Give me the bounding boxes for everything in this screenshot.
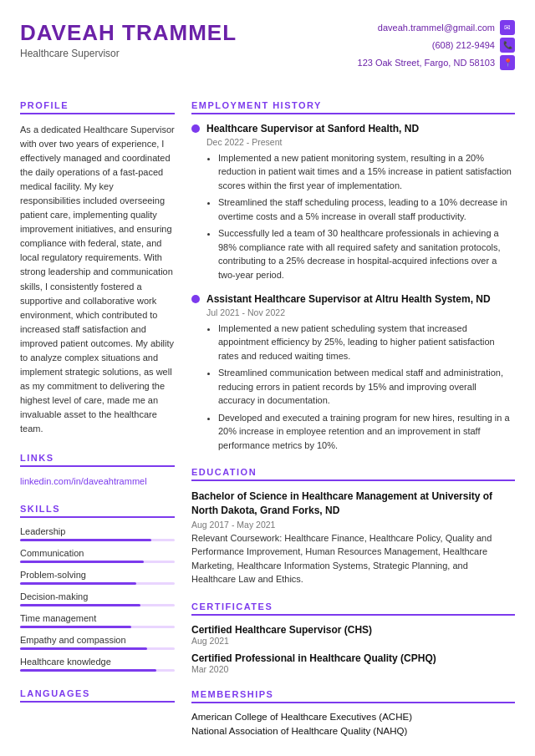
skill-item: Problem-solving: [20, 570, 175, 585]
edu-degree: Bachelor of Science in Healthcare Manage…: [191, 490, 515, 518]
phone-row: (608) 212-9494 📞: [432, 38, 515, 53]
skills-section: SKILLS Leadership Communication Problem-…: [20, 504, 175, 672]
job-title: Assistant Healthcare Supervisor at Altru…: [206, 293, 491, 307]
memberships-list: American College of Healthcare Executive…: [191, 712, 515, 736]
profile-text: As a dedicated Healthcare Supervisor wit…: [20, 123, 175, 436]
job-item: Assistant Healthcare Supervisor at Altru…: [191, 293, 515, 452]
skill-bar-bg: [20, 647, 175, 650]
skill-bar-fill: [20, 604, 140, 606]
certs-list: Certified Healthcare Supervisor (CHS) Au…: [191, 624, 515, 674]
right-column: EMPLOYMENT HISTORY Healthcare Supervisor…: [191, 100, 515, 751]
skill-bar-bg: [20, 582, 175, 585]
skill-bar-bg: [20, 604, 175, 606]
skill-bar-bg: [20, 539, 175, 541]
skill-bar-fill: [20, 561, 144, 563]
email-link[interactable]: daveah.trammel@gmail.com: [378, 23, 495, 33]
membership-item: National Association of Healthcare Quali…: [191, 726, 515, 736]
job-dot: [191, 295, 200, 303]
address-text: 123 Oak Street, Fargo, ND 58103: [358, 58, 495, 68]
skill-bar-fill: [20, 669, 156, 672]
skill-name: Healthcare knowledge: [20, 657, 175, 667]
skill-bar-fill: [20, 582, 136, 585]
job-header: Assistant Healthcare Supervisor at Altru…: [191, 293, 515, 307]
job-dot: [191, 124, 200, 133]
skills-heading: SKILLS: [20, 504, 175, 518]
skill-name: Decision-making: [20, 591, 175, 601]
education-section: EDUCATION Bachelor of Science in Healthc…: [191, 467, 515, 586]
skill-item: Empathy and compassion: [20, 635, 175, 650]
skill-item: Leadership: [20, 526, 175, 541]
membership-item: American College of Healthcare Executive…: [191, 712, 515, 722]
skill-bar-bg: [20, 669, 175, 672]
languages-section: LANGUAGES: [20, 688, 175, 703]
employment-heading: EMPLOYMENT HISTORY: [191, 100, 515, 114]
job-bullet: Implemented a new patient monitoring sys…: [218, 151, 515, 193]
skill-item: Time management: [20, 613, 175, 628]
skill-item: Decision-making: [20, 591, 175, 606]
header-left: DAVEAH TRAMMEL Healthcare Supervisor: [20, 20, 237, 59]
edu-date: Aug 2017 - May 2021: [191, 520, 515, 530]
job-bullet: Streamlined the staff scheduling process…: [218, 195, 515, 223]
job-bullet: Developed and executed a training progra…: [218, 411, 515, 453]
certificates-heading: CERTIFICATES: [191, 601, 515, 616]
skill-name: Communication: [20, 548, 175, 558]
profile-section: PROFILE As a dedicated Healthcare Superv…: [20, 100, 175, 436]
job-item: Healthcare Supervisor at Sanford Health,…: [191, 123, 515, 282]
links-section: LINKS linkedin.com/in/daveahtrammel: [20, 453, 175, 487]
languages-heading: LANGUAGES: [20, 688, 175, 703]
job-bullets: Implemented a new patient monitoring sys…: [206, 151, 515, 282]
employment-section: EMPLOYMENT HISTORY Healthcare Supervisor…: [191, 100, 515, 452]
skill-name: Time management: [20, 613, 175, 623]
header: DAVEAH TRAMMEL Healthcare Supervisor dav…: [20, 20, 515, 84]
skill-name: Empathy and compassion: [20, 635, 175, 645]
phone-text: (608) 212-9494: [432, 40, 495, 50]
job-bullets: Implemented a new patient scheduling sys…: [206, 322, 515, 453]
profile-heading: PROFILE: [20, 100, 175, 114]
linkedin-link[interactable]: linkedin.com/in/daveahtrammel: [20, 476, 147, 486]
certificates-section: CERTIFICATES Certified Healthcare Superv…: [191, 601, 515, 674]
header-right: daveah.trammel@gmail.com ✉ (608) 212-949…: [358, 20, 515, 70]
skill-item: Healthcare knowledge: [20, 657, 175, 672]
memberships-heading: MEMBERSHIPS: [191, 689, 515, 703]
skill-bar-fill: [20, 626, 131, 628]
cert-date: Mar 2020: [191, 664, 515, 674]
job-header: Healthcare Supervisor at Sanford Health,…: [191, 123, 515, 136]
job-bullet: Implemented a new patient scheduling sys…: [218, 322, 515, 363]
edu-desc: Relevant Coursework: Healthcare Finance,…: [191, 531, 515, 586]
address-row: 123 Oak Street, Fargo, ND 58103 📍: [358, 55, 515, 70]
links-heading: LINKS: [20, 453, 175, 467]
candidate-title: Healthcare Supervisor: [20, 48, 237, 59]
skill-item: Communication: [20, 548, 175, 563]
job-date: Jul 2021 - Nov 2022: [206, 307, 515, 317]
email-row: daveah.trammel@gmail.com ✉: [378, 20, 515, 35]
skill-name: Problem-solving: [20, 570, 175, 580]
phone-icon: 📞: [500, 38, 515, 53]
candidate-name: DAVEAH TRAMMEL: [20, 20, 237, 46]
cert-name: Certified Healthcare Supervisor (CHS): [191, 624, 515, 636]
education-heading: EDUCATION: [191, 467, 515, 481]
cert-item: Certified Healthcare Supervisor (CHS) Au…: [191, 624, 515, 646]
skill-bar-fill: [20, 647, 147, 650]
job-title: Healthcare Supervisor at Sanford Health,…: [206, 123, 419, 136]
skills-list: Leadership Communication Problem-solving…: [20, 526, 175, 672]
main-content: PROFILE As a dedicated Healthcare Superv…: [20, 100, 515, 751]
email-icon: ✉: [500, 20, 515, 35]
cert-date: Aug 2021: [191, 636, 515, 646]
job-bullet: Streamlined communication between medica…: [218, 366, 515, 408]
skill-name: Leadership: [20, 526, 175, 536]
jobs-list: Healthcare Supervisor at Sanford Health,…: [191, 123, 515, 452]
skill-bar-bg: [20, 561, 175, 563]
cert-item: Certified Professional in Healthcare Qua…: [191, 652, 515, 674]
job-bullet: Successfully led a team of 30 healthcare…: [218, 226, 515, 282]
cert-name: Certified Professional in Healthcare Qua…: [191, 652, 515, 664]
left-column: PROFILE As a dedicated Healthcare Superv…: [20, 100, 175, 751]
skill-bar-bg: [20, 626, 175, 628]
job-date: Dec 2022 - Present: [206, 137, 515, 147]
skill-bar-fill: [20, 539, 151, 541]
memberships-section: MEMBERSHIPS American College of Healthca…: [191, 689, 515, 736]
location-icon: 📍: [500, 55, 515, 70]
